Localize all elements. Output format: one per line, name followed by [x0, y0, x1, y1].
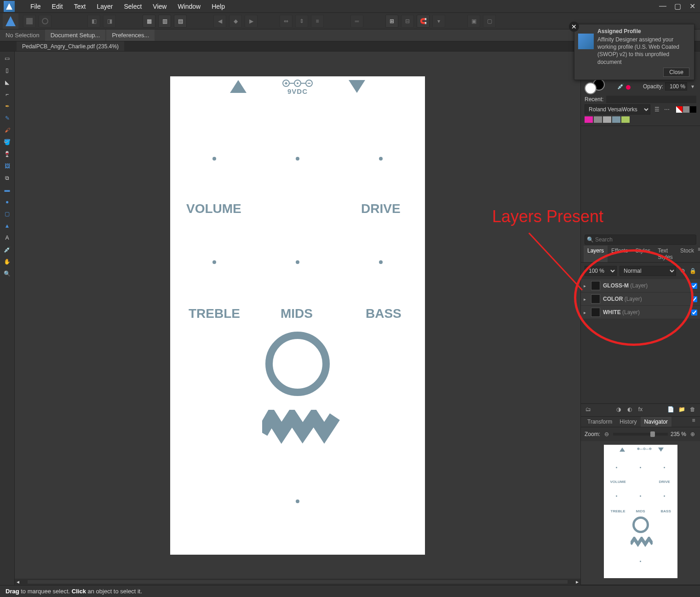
persona-pixel-icon[interactable]	[23, 15, 36, 28]
horizontal-scrollbar[interactable]: ◂▸	[15, 579, 580, 585]
toolbar-btn-2[interactable]: ◨	[103, 15, 116, 28]
lock-icon[interactable]: 🔒	[689, 267, 696, 275]
layer-row-color[interactable]: ▸ COLOR (Layer)	[581, 293, 700, 306]
menu-view[interactable]: View	[147, 3, 172, 10]
palette-list-icon[interactable]: ☰	[653, 106, 660, 113]
snap-objects-icon[interactable]: ▤	[174, 15, 187, 28]
toast-close-icon[interactable]: ✕	[569, 22, 579, 32]
delete-layer-icon[interactable]: 🗑	[689, 406, 696, 413]
grid-toggle-icon[interactable]: ⊞	[385, 15, 398, 28]
layer-opacity-select[interactable]: 100 %	[585, 266, 617, 276]
color-wells[interactable]	[585, 79, 605, 94]
swatch-5[interactable]	[621, 116, 630, 123]
order-front-icon[interactable]: ▢	[483, 15, 496, 28]
menu-layer[interactable]: Layer	[91, 3, 118, 10]
node-tool-icon[interactable]: ◣	[2, 77, 13, 87]
layer-row-white[interactable]: ▸ WHITE (Layer)	[581, 306, 700, 319]
layer-row-gloss[interactable]: ▸ GLOSS-M (Layer)	[581, 279, 700, 293]
document-tab[interactable]: PedalPCB_Angry_Charlie.pdf (235.4%)	[17, 41, 124, 51]
swatch-4[interactable]	[612, 116, 620, 123]
persona-designer-icon[interactable]	[3, 13, 18, 29]
rectangle-tool-icon[interactable]: ▬	[2, 185, 13, 195]
disclosure-icon[interactable]: ▸	[584, 297, 588, 302]
tab-navigator[interactable]: Navigator	[641, 417, 671, 427]
black-swatch[interactable]	[690, 106, 696, 113]
tab-stock[interactable]: Stock	[677, 246, 698, 262]
zoom-out-button[interactable]: ⊖	[603, 431, 610, 438]
mask-icon[interactable]: ◑	[615, 406, 622, 413]
snap-dropdown-icon[interactable]: ▾	[432, 15, 445, 28]
panel-menu-icon[interactable]: ≡	[698, 246, 700, 253]
hand-tool-icon[interactable]: ✋	[2, 257, 13, 267]
new-layer-icon[interactable]: 📄	[667, 406, 674, 413]
text-tool-icon[interactable]: A	[2, 233, 13, 243]
menu-window[interactable]: Window	[172, 3, 206, 10]
space-h-icon[interactable]: ═	[350, 15, 363, 28]
distribute-h-icon[interactable]: ⇔	[280, 15, 293, 28]
eyedropper-icon[interactable]: 💉	[617, 83, 624, 90]
align-left-icon[interactable]: ◀	[213, 15, 226, 28]
tab-text-styles[interactable]: Text Styles	[654, 246, 677, 262]
align-right-icon[interactable]: ▶	[245, 15, 258, 28]
menu-text[interactable]: Text	[69, 3, 92, 10]
tab-styles[interactable]: Styles	[632, 246, 654, 262]
layer-visible-checkbox[interactable]	[691, 283, 697, 289]
order-back-icon[interactable]: ▣	[467, 15, 480, 28]
toolbar-btn-1[interactable]: ◧	[87, 15, 100, 28]
triangle-tool-icon[interactable]: ▲	[2, 221, 13, 231]
snap-grid-icon[interactable]: ▦	[143, 15, 155, 28]
crop-tool-icon[interactable]: ⧉	[2, 173, 13, 183]
move-tool-icon[interactable]: ▭	[2, 53, 13, 63]
gear-icon[interactable]: ⚙	[679, 267, 686, 275]
place-image-tool-icon[interactable]: 🖼	[2, 161, 13, 171]
snap-toggle-icon[interactable]: 🧲	[417, 15, 430, 28]
swatch-2[interactable]	[594, 116, 602, 123]
close-button[interactable]: ✕	[688, 2, 696, 11]
swatch-3[interactable]	[603, 116, 611, 123]
opacity-input[interactable]	[665, 82, 687, 91]
pencil-tool-icon[interactable]: ✎	[2, 113, 13, 123]
opacity-dropdown-icon[interactable]: ▾	[689, 83, 696, 90]
document-setup-button[interactable]: Document Setup...	[45, 29, 106, 41]
new-group-icon[interactable]: 📁	[678, 406, 685, 413]
layers-stack-icon[interactable]: 🗂	[585, 406, 592, 413]
adjustment-icon[interactable]: ◐	[626, 406, 633, 413]
corner-tool-icon[interactable]: ⌐	[2, 89, 13, 99]
preferences-button[interactable]: Preferences...	[106, 29, 155, 41]
artboard-tool-icon[interactable]: ▯	[2, 65, 13, 75]
snap-guides-icon[interactable]: ▥	[158, 15, 171, 28]
menu-help[interactable]: Help	[206, 3, 230, 10]
brush-tool-icon[interactable]: 🖌	[2, 125, 13, 135]
swatch-1[interactable]	[585, 116, 593, 123]
distribute-space-icon[interactable]: ≡	[311, 15, 324, 28]
disclosure-icon[interactable]: ▸	[584, 310, 588, 315]
zoom-in-button[interactable]: ⊕	[689, 431, 696, 438]
layer-visible-checkbox[interactable]	[691, 310, 697, 316]
canvas-wrap[interactable]: 9VDC VOLUME DRIVE TREBLE MIDS BASS ◂▸	[15, 52, 580, 585]
zoom-slider[interactable]	[613, 433, 668, 436]
tab-transform[interactable]: Transform	[584, 417, 616, 427]
distribute-v-icon[interactable]: ⇕	[295, 15, 308, 28]
align-center-icon[interactable]: ◆	[229, 15, 242, 28]
rounded-rect-tool-icon[interactable]: ▢	[2, 209, 13, 219]
ellipse-tool-icon[interactable]: ●	[2, 197, 13, 207]
toast-close-button[interactable]: Close	[663, 68, 689, 77]
recent-swatches[interactable]	[606, 96, 696, 103]
panel-menu-icon[interactable]: ≡	[690, 417, 697, 424]
blend-mode-select[interactable]: Normal	[620, 266, 676, 276]
tab-effects[interactable]: Effects	[608, 246, 631, 262]
pen-tool-icon[interactable]: ✒	[2, 101, 13, 111]
disclosure-icon[interactable]: ▸	[584, 283, 588, 288]
persona-export-icon[interactable]	[39, 15, 52, 28]
zoom-tool-icon[interactable]: 🔍	[2, 269, 13, 279]
document-canvas[interactable]: 9VDC VOLUME DRIVE TREBLE MIDS BASS	[170, 76, 425, 555]
none-swatch[interactable]	[676, 106, 683, 113]
guides-toggle-icon[interactable]: ⊟	[401, 15, 414, 28]
fx-icon[interactable]: fx	[637, 406, 644, 413]
color-picker-tool-icon[interactable]: 💉	[2, 245, 13, 255]
palette-opts-icon[interactable]: ⋯	[663, 106, 671, 113]
fill-tool-icon[interactable]: 🪣	[2, 137, 13, 147]
maximize-button[interactable]: ▢	[673, 2, 682, 11]
menu-select[interactable]: Select	[118, 3, 147, 10]
palette-select[interactable]: Roland VersaWorks	[585, 104, 650, 115]
